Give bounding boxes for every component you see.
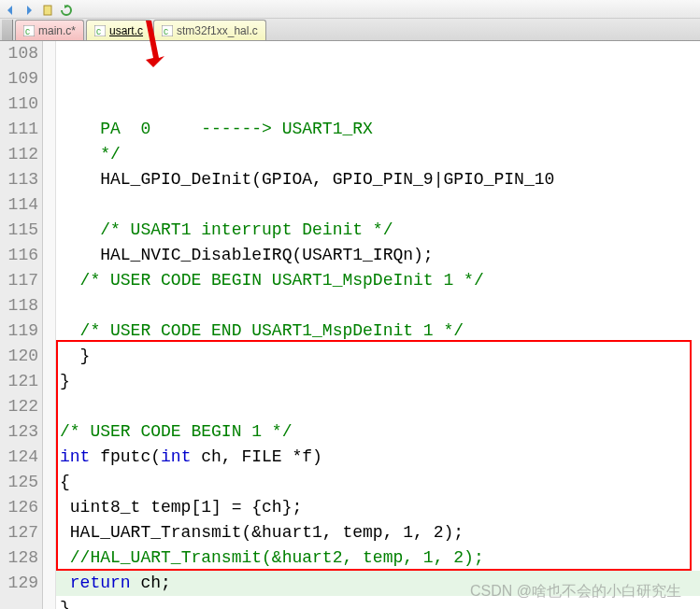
tab-main-c[interactable]: c main.c* [15,20,84,40]
code-content[interactable]: PA 0 ------> USART1_RX */ HAL_GPIO_DeIni… [56,41,700,609]
line-number: 108 [0,41,38,66]
nav-forward-icon[interactable] [22,3,36,16]
line-number: 129 [0,571,38,596]
code-line[interactable] [56,293,700,319]
line-number: 110 [0,92,38,117]
line-number: 128 [0,545,38,571]
code-line[interactable]: /* USART1 interrupt Deinit */ [56,218,700,243]
svg-rect-2 [44,6,51,15]
tab-bar: c main.c* c usart.c c stm32f1xx_hal.c [0,19,700,41]
svg-marker-0 [7,6,12,15]
svg-marker-1 [27,6,32,15]
line-number: 114 [0,192,38,218]
refresh-icon[interactable] [60,3,73,16]
tab-stm32-hal-c[interactable]: c stm32f1xx_hal.c [153,20,266,40]
svg-marker-10 [146,21,164,67]
code-line[interactable]: uint8_t temp[1] = {ch}; [56,495,700,520]
line-number: 125 [0,470,38,495]
line-number: 109 [0,66,38,92]
line-number: 123 [0,419,38,445]
line-number: 120 [0,344,38,369]
line-number: 113 [0,167,38,192]
code-line[interactable]: //HAL_UART_Transmit(&huart2, temp, 1, 2)… [56,545,700,571]
line-number: 112 [0,142,38,167]
line-number: 126 [0,495,38,520]
code-line[interactable]: HAL_GPIO_DeInit(GPIOA, GPIO_PIN_9|GPIO_P… [56,167,700,192]
svg-text:c: c [96,26,101,36]
code-line[interactable]: PA 0 ------> USART1_RX [56,117,700,142]
code-line[interactable]: HAL_NVIC_DisableIRQ(USART1_IRQn); [56,243,700,268]
svg-text:c: c [25,26,30,36]
code-line[interactable]: int fputc(int ch, FILE *f) [56,445,700,470]
code-line[interactable] [56,394,700,419]
code-line[interactable]: { [56,470,700,495]
code-line[interactable]: } [56,596,700,609]
line-number: 115 [0,218,38,243]
line-number: 117 [0,268,38,293]
line-number: 127 [0,520,38,545]
code-line[interactable]: /* USER CODE END USART1_MspDeInit 1 */ [56,319,700,344]
line-number: 118 [0,293,38,319]
code-line[interactable]: } [56,344,700,369]
toolbar [0,0,700,19]
line-number: 121 [0,369,38,394]
c-file-icon: c [94,25,106,36]
line-number-gutter: 1081091101111121131141151161171181191201… [0,41,43,609]
nav-back-icon[interactable] [4,3,17,16]
code-line[interactable]: HAL_UART_Transmit(&huart1, temp, 1, 2); [56,520,700,545]
code-line[interactable]: /* USER CODE BEGIN 1 */ [56,419,700,445]
fold-margin[interactable] [43,41,56,609]
line-number: 116 [0,243,38,268]
c-file-icon: c [23,25,35,36]
line-number: 124 [0,445,38,470]
tab-label: main.c* [38,24,76,37]
tab-label: stm32f1xx_hal.c [177,24,258,37]
line-number: 122 [0,394,38,419]
line-number: 119 [0,319,38,344]
code-line[interactable]: */ [56,142,700,167]
annotation-arrow [138,21,166,72]
code-line[interactable]: return ch; [56,571,700,596]
editor-area[interactable]: 1081091101111121131141151161171181191201… [0,41,700,609]
code-line[interactable] [56,192,700,218]
line-number: 111 [0,117,38,142]
code-line[interactable]: /* USER CODE BEGIN USART1_MspDeInit 1 */ [56,268,700,293]
code-line[interactable]: } [56,369,700,394]
doc-icon[interactable] [41,3,54,16]
tab-scroll-left[interactable] [2,20,13,40]
